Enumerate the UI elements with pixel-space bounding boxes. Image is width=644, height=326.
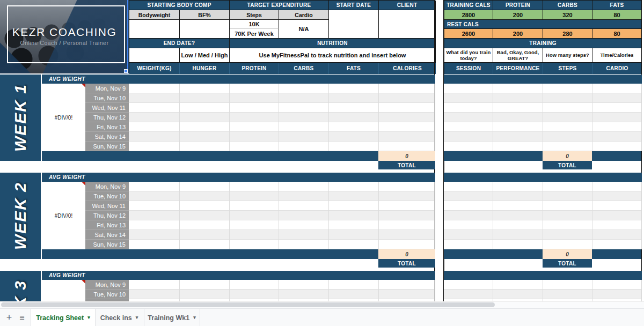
day-cell[interactable]: Mon, Nov 9 [85, 280, 129, 290]
hunger-scale-cell[interactable]: Low / Med / High [180, 48, 230, 63]
week3-avg-weight-cell[interactable] [42, 280, 85, 301]
week1-calories-total-cell[interactable]: 0 [378, 151, 435, 161]
week1-training-grid[interactable] [444, 84, 642, 151]
all-sheets-button[interactable]: ≡ [15, 309, 29, 326]
day-cell[interactable]: Wed, Nov 11 [85, 201, 129, 211]
prompt-session[interactable]: What did you train today? [444, 48, 493, 63]
tab-training-wk1[interactable]: Training Wk1 ▾ [144, 309, 200, 326]
label-steps[interactable]: Steps [230, 10, 279, 20]
header-training-cals[interactable]: TRAINING CALS [444, 1, 493, 10]
header-nutrition[interactable]: NUTRITION [230, 39, 436, 48]
week2-avg-weight-cell[interactable]: #DIV/0! [42, 182, 85, 249]
nutrition-note-cell[interactable]: Use MyFitnessPal to track nutrition and … [230, 48, 436, 63]
week2-training-grid[interactable] [444, 182, 642, 249]
week1-steps-total-cell[interactable]: 0 [543, 151, 592, 161]
end-date-value-cell[interactable] [129, 48, 180, 63]
tab-tracking-sheet[interactable]: Tracking Sheet ▾ [31, 309, 96, 326]
steps-daily-cell[interactable]: 10K [230, 20, 279, 29]
day-cell[interactable]: Mon, Nov 9 [85, 84, 129, 93]
client-value-cell[interactable] [379, 10, 436, 39]
week2-totals-bar-mid [444, 249, 543, 259]
label-bodyweight[interactable]: Bodyweight [129, 10, 180, 20]
day-cell[interactable]: Mon, Nov 9 [85, 182, 129, 191]
header-protein-target[interactable]: PROTEIN [493, 1, 543, 10]
week1-avg-bar-right[interactable] [444, 75, 642, 84]
day-cell[interactable]: Wed, Nov 11 [85, 103, 129, 113]
week2-nutrition-grid[interactable] [129, 182, 435, 249]
week1-avg-weight-bar[interactable]: AVG WEIGHT [42, 75, 435, 84]
label-bf-percent[interactable]: BF% [180, 10, 230, 20]
week3-avg-bar-right[interactable] [444, 271, 642, 280]
targets-table: TRAINING CALS PROTEIN CARBS FATS 2800 20… [444, 0, 642, 73]
col-header-hunger[interactable]: HUNGER [180, 63, 230, 74]
day-cell[interactable]: Fri, Nov 13 [85, 122, 129, 132]
col-header-steps[interactable]: STEPS [543, 63, 592, 74]
rest-fats-value[interactable]: 80 [592, 29, 642, 39]
week3-avg-weight-bar[interactable]: AVG WEIGHT [42, 271, 435, 280]
day-cell[interactable]: Fri, Nov 13 [85, 220, 129, 230]
prompt-cardio[interactable]: Time/Calories [592, 48, 642, 63]
image-selection-edge [127, 0, 128, 73]
col-header-carbs[interactable]: CARBS [279, 63, 329, 74]
week2-avg-weight-bar[interactable]: AVG WEIGHT [42, 173, 435, 182]
day-cell[interactable]: Thu, Nov 12 [85, 113, 129, 122]
day-cell[interactable]: Thu, Nov 12 [85, 211, 129, 220]
start-date-value-cell[interactable] [329, 10, 379, 39]
prompt-performance[interactable]: Bad, Okay, Good, GREAT? [493, 48, 543, 63]
prompt-steps[interactable]: How many steps? [543, 48, 592, 63]
col-header-performance[interactable]: PERFORMANCE [493, 63, 543, 74]
header-end-date[interactable]: END DATE? [129, 39, 230, 48]
week2-avg-bar-right[interactable] [444, 173, 642, 182]
week1-nutrition-grid[interactable] [129, 84, 435, 151]
header-start-date[interactable]: START DATE [329, 1, 379, 10]
rest-cals-value[interactable]: 2600 [444, 29, 493, 39]
day-cell[interactable]: Sat, Nov 14 [85, 132, 129, 142]
rest-carbs-value[interactable]: 280 [543, 29, 592, 39]
col-header-session[interactable]: SESSION [444, 63, 493, 74]
header-client[interactable]: CLIENT [379, 1, 436, 10]
chevron-down-icon: ▾ [87, 315, 90, 320]
day-cell[interactable]: Tue, Nov 10 [85, 290, 129, 299]
tab-check-ins[interactable]: Check ins ▾ [94, 309, 144, 326]
day-cell[interactable]: Sat, Nov 14 [85, 230, 129, 240]
steps-weekly-cell[interactable]: 70K Per Week [230, 29, 279, 39]
training-carbs-value[interactable]: 320 [543, 10, 592, 20]
col-header-cardio[interactable]: CARDIO [592, 63, 642, 74]
col-header-fats[interactable]: FATS [329, 63, 379, 74]
brand-logo-image[interactable]: KEZR COACHING Online Coach / Personal Tr… [0, 0, 129, 73]
training-protein-value[interactable]: 200 [493, 10, 543, 20]
training-fats-value[interactable]: 80 [592, 10, 642, 20]
header-target-expenditure[interactable]: TARGET EXPENDITURE [230, 1, 329, 10]
week3-training-grid[interactable] [444, 280, 642, 301]
week3-nutrition-grid[interactable] [129, 280, 435, 301]
header-rest-cals[interactable]: REST CALS [444, 20, 642, 29]
week2-steps-total-cell[interactable]: 0 [543, 249, 592, 259]
horizontal-scrollbar-thumb[interactable] [1, 302, 495, 307]
header-fats-target[interactable]: FATS [592, 1, 642, 10]
col-header-weight[interactable]: WEIGHT(KG) [129, 63, 180, 74]
sheet-tab-bar: + ≡ Tracking Sheet ▾ Check ins ▾ Trainin… [0, 308, 644, 326]
brand-subtitle: Online Coach / Personal Trainer [0, 40, 129, 46]
add-sheet-button[interactable]: + [2, 309, 16, 326]
day-cell[interactable]: Tue, Nov 10 [85, 93, 129, 103]
col-header-calories[interactable]: CALORIES [379, 63, 436, 74]
hamburger-icon: ≡ [19, 313, 24, 323]
cardio-value-cell[interactable]: N/A [279, 20, 329, 39]
col-header-protein[interactable]: PROTEIN [230, 63, 279, 74]
day-cell[interactable]: Sun, Nov 15 [85, 142, 129, 151]
header-training[interactable]: TRAINING [444, 39, 642, 48]
rest-protein-value[interactable]: 200 [493, 29, 543, 39]
bf-value-cell[interactable] [180, 20, 230, 39]
day-cell[interactable]: Sun, Nov 15 [85, 240, 129, 249]
header-carbs-target[interactable]: CARBS [543, 1, 592, 10]
bodyweight-value-cell[interactable] [129, 20, 180, 39]
week2-calories-total-cell[interactable]: 0 [378, 249, 435, 259]
week1-avg-weight-cell[interactable]: #DIV/0! [42, 84, 85, 151]
image-selection-handle[interactable] [124, 69, 128, 73]
day-cell[interactable]: Tue, Nov 10 [85, 191, 129, 201]
header-starting-body-comp[interactable]: STARTING BODY COMP [129, 1, 230, 10]
training-cals-value[interactable]: 2800 [444, 10, 493, 20]
week1-totals-bar-right [592, 151, 641, 161]
week1-total-label-left: TOTAL [378, 161, 435, 169]
label-cardio[interactable]: Cardio [279, 10, 329, 20]
